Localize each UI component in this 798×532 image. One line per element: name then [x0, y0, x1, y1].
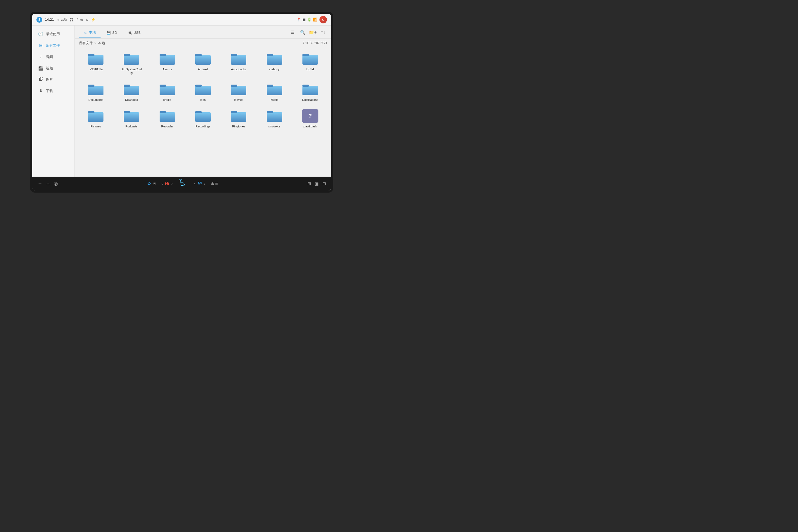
sidebar-item-video[interactable]: 🎬 视频: [34, 63, 73, 73]
sidebar-item-all-files[interactable]: ⊞ 所有文件: [34, 40, 73, 51]
chevron-right-icon[interactable]: ›: [171, 181, 173, 186]
fan-control-group: ✿ 关: [147, 181, 156, 186]
music-label: 云听: [61, 17, 67, 22]
file-name: .UTSystemConfig: [121, 67, 142, 75]
list-item[interactable]: carbody: [258, 50, 291, 77]
svg-rect-30: [88, 111, 94, 113]
folder-icon: [159, 82, 175, 96]
list-item[interactable]: Podcasts: [115, 107, 148, 130]
list-item[interactable]: kradio: [151, 80, 184, 104]
chevron-left-icon2[interactable]: ‹: [194, 181, 195, 186]
list-item[interactable]: Audiobooks: [222, 50, 255, 77]
bluetooth-icon: ⚡: [91, 18, 95, 22]
file-name: Android: [198, 67, 208, 71]
sidebar-item-recent[interactable]: 🕐 最近使用: [34, 29, 73, 39]
list-item[interactable]: .7934039a: [79, 50, 113, 77]
breadcrumb-bar: 所有文件 > 本地 7.1GB / 207.5GB: [75, 39, 331, 48]
folder-icon: [302, 82, 318, 96]
fan-label: 关: [153, 182, 156, 186]
tab-sd-label: SD: [112, 31, 117, 35]
apps-button[interactable]: ⊞: [307, 181, 311, 186]
home-button[interactable]: ⌂: [46, 181, 50, 187]
svg-rect-5: [159, 55, 175, 65]
folder-icon: [159, 109, 175, 123]
headphone-icon: 🎧: [70, 18, 73, 22]
folder-icon: [302, 52, 318, 66]
tab-sd[interactable]: 💾 SD: [101, 28, 122, 38]
list-item[interactable]: logs: [186, 80, 220, 104]
sidebar-item-download[interactable]: ⬇ 下载: [34, 86, 73, 96]
folder-icon: [123, 109, 140, 123]
list-item[interactable]: Pictures: [79, 107, 113, 130]
list-item[interactable]: Android: [186, 50, 220, 77]
file-name: Ringtones: [232, 125, 246, 128]
list-item[interactable]: Recordings: [186, 107, 220, 130]
recents-button[interactable]: ◎: [54, 180, 58, 187]
list-item[interactable]: Documents: [79, 80, 113, 104]
status-right-icons: 📍 ▣ 🔋 📶: [297, 18, 317, 22]
file-name: Movies: [234, 98, 243, 101]
svg-rect-6: [159, 54, 166, 56]
tab-usb[interactable]: 🔌 USB: [123, 28, 146, 38]
svg-rect-14: [302, 54, 309, 56]
svg-rect-16: [88, 84, 94, 87]
tab-local[interactable]: 🖴 本地: [79, 28, 100, 38]
list-item[interactable]: Download: [115, 80, 148, 104]
chevron-left-icon[interactable]: ‹: [162, 181, 163, 186]
list-item[interactable]: Notifications: [293, 80, 327, 104]
list-item[interactable]: Music: [258, 80, 291, 104]
list-item[interactable]: Ringtones: [222, 107, 255, 130]
status-icons: ♫ 云听 🎧 -° ⊕ ≋ ⚡: [56, 17, 95, 22]
svg-rect-8: [195, 54, 202, 56]
search-button[interactable]: 🔍: [299, 28, 307, 36]
split-button[interactable]: ⊡: [322, 181, 326, 186]
svg-rect-9: [231, 55, 246, 65]
music-icon: ♫: [56, 18, 59, 22]
svg-rect-19: [159, 86, 175, 95]
svg-rect-26: [267, 84, 273, 87]
folder-icon: [159, 52, 175, 66]
list-item[interactable]: Recorder: [151, 107, 184, 130]
sidebar-item-images[interactable]: 🖼 图片: [34, 75, 73, 84]
sort-button[interactable]: ≡↓: [319, 28, 327, 36]
bottom-left-controls: ← ⌂ ◎: [38, 180, 58, 187]
left-seat-control: ‹ Hi ›: [162, 181, 173, 186]
folder-icon: [230, 82, 247, 96]
image-icon: 🖼: [38, 77, 43, 82]
list-item[interactable]: sinovoice: [258, 107, 291, 130]
file-name: kradio: [163, 98, 171, 101]
window-button[interactable]: ▣: [315, 181, 319, 186]
vent-control-group: ⊕ 前: [211, 181, 218, 186]
avatar[interactable]: U: [320, 16, 327, 23]
download-icon: ⬇: [38, 88, 43, 93]
svg-rect-2: [88, 54, 94, 56]
svg-rect-23: [231, 86, 246, 95]
list-view-button[interactable]: ☰: [289, 28, 297, 36]
folder-icon: [266, 109, 283, 123]
svg-rect-29: [88, 112, 103, 122]
svg-rect-25: [267, 86, 282, 95]
folder-icon: [230, 109, 247, 123]
svg-rect-22: [195, 84, 202, 87]
new-folder-button[interactable]: 📁+: [309, 28, 317, 36]
sidebar-item-audio[interactable]: ♩ 音频: [34, 52, 73, 62]
svg-rect-20: [159, 84, 166, 87]
svg-rect-36: [195, 111, 202, 113]
breadcrumb-root[interactable]: 所有文件: [79, 41, 93, 45]
svg-rect-35: [195, 112, 211, 122]
screen: S 14:21 ♫ 云听 🎧 -° ⊕ ≋ ⚡ 📍 ▣ 🔋 📶 U: [30, 12, 333, 193]
tab-local-label: 本地: [89, 30, 96, 35]
back-button[interactable]: ←: [38, 181, 42, 187]
chevron-right-icon2[interactable]: ›: [204, 181, 205, 186]
svg-point-41: [180, 179, 182, 180]
sidebar-label-all-files: 所有文件: [46, 43, 60, 48]
list-item[interactable]: ? xiaoji.bash: [293, 107, 327, 130]
sidebar: 🕐 最近使用 ⊞ 所有文件 ♩ 音频 🎬 视频 🖼 图片 ⬇ 下载: [32, 25, 75, 177]
file-name: xiaoji.bash: [303, 125, 317, 128]
list-item[interactable]: .UTSystemConfig: [115, 50, 148, 77]
list-item[interactable]: Alarms: [151, 50, 184, 77]
list-item[interactable]: Movies: [222, 80, 255, 104]
list-item[interactable]: DCIM: [293, 50, 327, 77]
right-seat-control: ‹ Hi ›: [194, 181, 205, 186]
svg-rect-10: [231, 54, 237, 56]
